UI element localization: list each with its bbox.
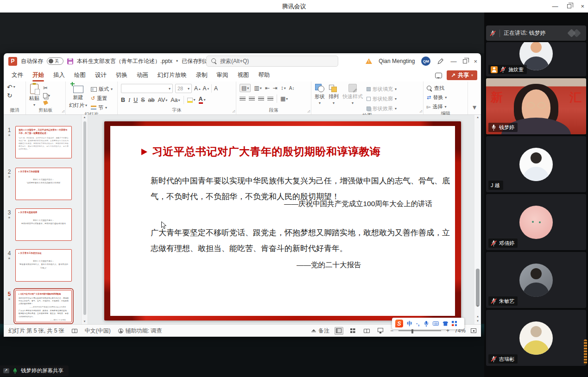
undo-button[interactable]: ↶▾ xyxy=(7,84,15,90)
slide-sorter-button[interactable] xyxy=(348,327,357,335)
columns-button[interactable]: ▦▾ xyxy=(280,95,288,102)
slide-5-thumbnail[interactable]: ▸ 习近平总书记对广大青年的殷切期盼和谆谆教诲 新时代的中国青年要以实现中华民族… xyxy=(15,290,72,322)
shape-fill-button[interactable]: 形状填充▾ xyxy=(367,86,397,93)
align-left-button[interactable] xyxy=(240,97,246,101)
ime-toolbox-icon[interactable] xyxy=(452,321,457,326)
slide-1-thumbnail[interactable]: 党的二十大报告中，习近平总书记对青年一代和青年工作，作了新一轮重要的论述： “青… xyxy=(15,126,72,158)
bullets-button[interactable]: ▤▾ xyxy=(240,84,251,92)
highlight-button[interactable]: ▾ xyxy=(187,98,196,103)
arrange-button[interactable]: 排列 ▾ xyxy=(329,84,339,112)
participant-tile-2[interactable]: 新 汇 钱梦婷 xyxy=(486,78,586,134)
drawing-dialog-launcher[interactable]: ◿ xyxy=(420,109,422,113)
language-indicator[interactable]: 中文(中国) xyxy=(85,327,111,335)
comments-icon[interactable] xyxy=(435,73,442,78)
document-filename[interactable]: 本科生支部发言（青年工作论述）.pptx xyxy=(77,57,172,65)
sogou-logo-icon[interactable]: S xyxy=(395,320,403,327)
line-spacing-button[interactable]: ↕▾ xyxy=(281,85,286,91)
avatar[interactable]: QM xyxy=(421,57,430,66)
previous-slide-button[interactable]: ▴ xyxy=(477,314,479,319)
ime-voice-icon[interactable] xyxy=(423,320,429,327)
copy-button[interactable]: ▾ xyxy=(43,93,50,98)
slideshow-button[interactable] xyxy=(376,327,385,335)
spellcheck-icon[interactable] xyxy=(72,329,77,333)
tab-animations[interactable]: 动画 xyxy=(133,69,152,81)
participant-tile-6[interactable]: 吉瑞彬 xyxy=(486,310,586,366)
character-spacing-button[interactable]: AV▾ xyxy=(158,97,167,103)
increase-indent-button[interactable]: ⇥ xyxy=(273,85,278,91)
strikethrough-button[interactable]: ab xyxy=(148,97,155,103)
notes-button[interactable]: 备注 xyxy=(311,327,329,335)
close-button[interactable]: × xyxy=(581,3,584,10)
new-slide-button[interactable]: 新建 幻灯片▾ xyxy=(69,84,87,111)
justify-button[interactable] xyxy=(267,97,273,101)
change-case-button[interactable]: Aa▾ xyxy=(171,97,180,103)
normal-view-button[interactable] xyxy=(335,327,343,335)
collapse-ribbon-button[interactable]: ▾ xyxy=(473,103,476,112)
scroll-up-icon[interactable]: ▴ xyxy=(477,115,479,119)
select-button[interactable]: ▻选择▾ xyxy=(427,103,464,110)
layout-button[interactable]: 版式▾ xyxy=(91,86,113,93)
scrollbar-thumb[interactable] xyxy=(476,269,480,307)
inking-pen-icon[interactable] xyxy=(437,58,444,65)
warning-icon[interactable] xyxy=(366,58,372,64)
shape-outline-button[interactable]: 形状轮廓▾ xyxy=(367,95,397,102)
ime-mode-chinese[interactable]: 中 xyxy=(407,321,412,327)
save-icon[interactable] xyxy=(67,58,73,64)
share-button[interactable]: ↗ 共享 ▾ xyxy=(447,70,477,80)
paragraph-dialog-launcher[interactable]: ◿ xyxy=(308,109,310,113)
clear-formatting-button[interactable]: A xyxy=(214,86,218,91)
quick-styles-button[interactable]: 快速样式 ▾ xyxy=(342,84,363,112)
fit-to-window-icon[interactable] xyxy=(471,328,476,333)
slide[interactable]: 习近平总书记对广大青年的殷切期盼和谆谆教诲 新时代的中国青年要以实现中华民族伟大… xyxy=(104,121,461,320)
clipboard-dialog-launcher[interactable]: ◿ xyxy=(62,109,64,113)
ime-punctuation[interactable]: ·, xyxy=(416,321,419,327)
ppt-close-button[interactable]: × xyxy=(474,58,477,65)
next-slide-button[interactable]: ▾ xyxy=(477,319,479,323)
tab-transitions[interactable]: 切换 xyxy=(112,69,132,81)
scrollbar-thumb[interactable] xyxy=(83,121,86,315)
find-button[interactable]: 查找 xyxy=(427,85,464,92)
format-painter-button[interactable] xyxy=(43,101,50,105)
slide-canvas[interactable]: 习近平总书记对广大青年的殷切期盼和谆谆教诲 新时代的中国青年要以实现中华民族伟大… xyxy=(88,115,474,324)
reset-button[interactable]: ↺重置 xyxy=(91,95,113,102)
scroll-down-icon[interactable]: ▾ xyxy=(84,319,86,324)
ime-keyboard-icon[interactable] xyxy=(433,321,439,326)
ppt-restore-button[interactable] xyxy=(463,59,467,63)
tab-help[interactable]: 帮助 xyxy=(254,69,274,81)
restore-button[interactable] xyxy=(567,4,571,8)
font-name-combobox[interactable]: ▾ xyxy=(121,84,173,93)
slide-content[interactable]: 习近平总书记对广大青年的殷切期盼和谆谆教诲 新时代的中国青年要以实现中华民族伟大… xyxy=(110,126,455,316)
tab-draw[interactable]: 绘图 xyxy=(70,69,90,81)
underline-button[interactable]: U xyxy=(133,97,138,103)
participant-tile-5[interactable]: 朱敏艺 xyxy=(486,252,586,308)
screen-share-pill[interactable]: 钱梦婷的屏幕共享 xyxy=(0,365,69,376)
tab-insert[interactable]: 插入 xyxy=(49,69,69,81)
participant-tile-3[interactable]: J 越 xyxy=(486,136,586,192)
ime-skin-icon[interactable] xyxy=(443,321,448,326)
account-name[interactable]: Qian Mengting xyxy=(379,58,415,64)
section-button[interactable]: 节▾ xyxy=(91,104,113,111)
tab-slideshow[interactable]: 幻灯片放映 xyxy=(153,69,191,81)
thumbnail-scrollbar[interactable]: ▴ ▾ xyxy=(82,115,88,324)
grow-font-button[interactable]: A▴ xyxy=(194,86,201,91)
minimize-button[interactable]: — xyxy=(552,3,558,10)
zoom-slider[interactable] xyxy=(398,330,441,331)
replace-button[interactable]: ⇄替换▾ xyxy=(427,94,464,101)
align-center-button[interactable] xyxy=(249,97,255,101)
search-input[interactable]: 搜索(Alt+Q) xyxy=(206,56,338,67)
tab-file[interactable]: 文件 xyxy=(7,69,27,81)
tab-home[interactable]: 开始 xyxy=(28,69,48,81)
participant-tile-4[interactable]: 邓倩婷 xyxy=(486,194,586,250)
cut-button[interactable]: ✂ xyxy=(43,85,50,91)
font-size-combobox[interactable]: 28▾ xyxy=(175,84,192,93)
slide-4-thumbnail[interactable]: ▸ 关于青年工作的方法论 党的二十大报告中提出：“要做青年朋友的知心人、青年工作… xyxy=(15,249,72,282)
decrease-indent-button[interactable]: ⇤ xyxy=(265,85,270,91)
sidebar-scrollbar-thumb[interactable] xyxy=(584,339,587,364)
shrink-font-button[interactable]: A▾ xyxy=(203,86,209,91)
tab-review[interactable]: 审阅 xyxy=(213,69,233,81)
align-right-button[interactable] xyxy=(258,97,264,101)
paste-button[interactable]: 粘贴 ▾ xyxy=(29,84,39,107)
tab-design[interactable]: 设计 xyxy=(91,69,111,81)
italic-button[interactable]: I xyxy=(128,97,130,104)
font-color-button[interactable]: A▾ xyxy=(199,96,206,104)
